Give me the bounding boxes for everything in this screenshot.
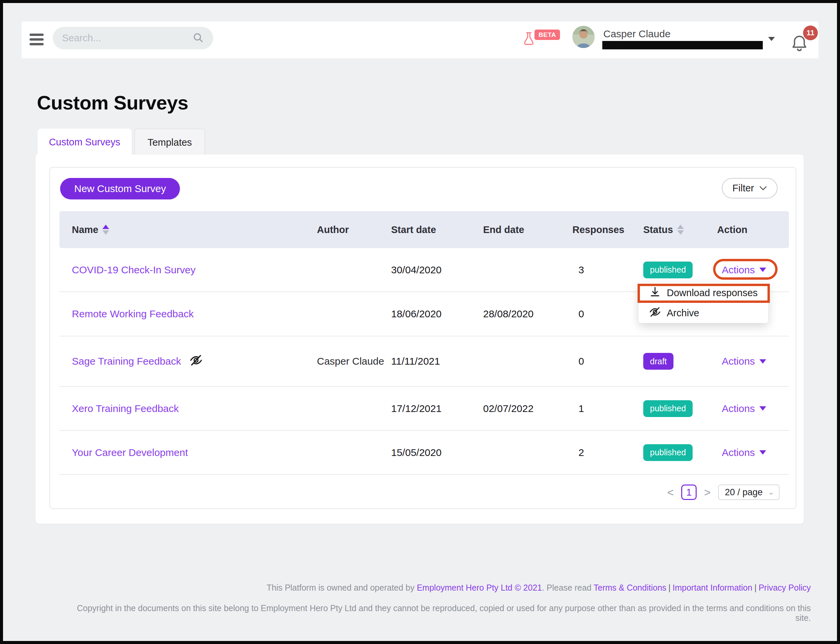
table-row: Xero Training Feedback 17/12/2021 02/07/… <box>59 386 789 430</box>
terms-and-conditions-link[interactable]: Terms & Conditions <box>594 583 666 592</box>
caret-down-icon <box>760 359 766 364</box>
table-row: Sage Training Feedback Casper Claude 11/… <box>59 336 789 386</box>
footer-line1: This Platform is owned and operated by E… <box>72 583 811 593</box>
column-header-author: Author <box>317 224 391 235</box>
table-row: Your Career Development 15/05/2020 2 pub… <box>59 430 789 474</box>
privacy-policy-link[interactable]: Privacy Policy <box>758 583 811 592</box>
search-input[interactable] <box>62 33 192 44</box>
responses-cell: 2 <box>573 447 643 458</box>
top-navigation-bar: BETA Casper Claude 11 <box>21 21 819 58</box>
tab-custom-surveys[interactable]: Custom Surveys <box>38 128 131 156</box>
sort-icons-status[interactable] <box>677 225 684 235</box>
column-header-responses: Responses <box>573 224 643 235</box>
end-date-cell: 02/07/2022 <box>483 403 573 414</box>
user-name[interactable]: Casper Claude <box>603 28 671 39</box>
start-date-cell: 17/12/2021 <box>391 403 483 414</box>
important-information-link[interactable]: Important Information <box>673 583 752 592</box>
status-badge: published <box>643 261 692 278</box>
start-date-cell: 18/06/2020 <box>391 308 483 320</box>
chevron-down-icon <box>760 186 767 191</box>
menu-item-download-responses[interactable]: Download responses <box>638 283 768 303</box>
responses-cell: 0 <box>573 308 643 320</box>
actions-dropdown-trigger[interactable]: Actions <box>717 356 789 367</box>
footer: This Platform is owned and operated by E… <box>72 583 811 623</box>
filter-button[interactable]: Filter <box>722 178 778 199</box>
filter-label: Filter <box>733 182 754 194</box>
screen: BETA Casper Claude 11 Custom Surveys Cus… <box>0 0 840 644</box>
separator: | <box>752 583 759 592</box>
surveys-panel: New Custom Survey Filter Name Author Sta… <box>36 154 804 524</box>
survey-link[interactable]: Xero Training Feedback <box>72 403 317 414</box>
column-header-name[interactable]: Name <box>72 224 317 235</box>
hamburger-menu-icon[interactable] <box>30 34 44 46</box>
column-header-start-date: Start date <box>391 224 483 235</box>
status-badge: published <box>643 444 692 461</box>
actions-dropdown-trigger[interactable]: Actions <box>717 403 789 414</box>
surveys-card: New Custom Survey Filter Name Author Sta… <box>49 167 796 509</box>
caret-down-icon <box>760 268 766 272</box>
chevron-down-icon: ⌄ <box>768 488 774 496</box>
eye-off-icon <box>189 353 203 370</box>
status-cell: published <box>643 400 717 417</box>
page-title: Custom Surveys <box>37 91 188 114</box>
responses-cell: 3 <box>573 264 643 276</box>
notification-count-badge: 11 <box>803 26 818 40</box>
status-cell: draft <box>643 353 717 370</box>
page-size-value: 20 / page <box>725 487 763 498</box>
menu-item-archive[interactable]: Archive <box>638 303 768 323</box>
next-page-button[interactable]: > <box>704 486 711 498</box>
avatar[interactable] <box>573 26 595 48</box>
new-custom-survey-button[interactable]: New Custom Survey <box>60 178 180 199</box>
tab-templates[interactable]: Templates <box>134 128 205 156</box>
start-date-cell: 15/05/2020 <box>391 447 483 458</box>
user-menu-caret-icon[interactable] <box>768 37 775 41</box>
column-header-action: Action <box>717 224 789 235</box>
survey-link[interactable]: Sage Training Feedback <box>72 353 317 370</box>
author-cell: Casper Claude <box>317 354 391 369</box>
actions-dropdown-menu: Download responses Archive <box>638 283 768 323</box>
status-badge: draft <box>643 353 673 370</box>
column-header-status[interactable]: Status <box>643 224 717 235</box>
separator: | <box>666 583 673 592</box>
table-header-row: Name Author Start date End date Response… <box>59 211 789 248</box>
survey-link[interactable]: COVID-19 Check-In Survey <box>72 264 317 276</box>
company-link[interactable]: Employment Hero Pty Ltd © 2021 <box>417 583 542 592</box>
actions-dropdown-trigger[interactable]: Actions <box>717 264 789 276</box>
footer-text: This Platform is owned and operated by <box>267 583 417 592</box>
end-date-cell: 28/08/2020 <box>483 308 573 320</box>
caret-down-icon <box>760 406 766 411</box>
search-bar[interactable] <box>53 27 213 49</box>
sort-icons-name[interactable] <box>102 225 109 235</box>
survey-link[interactable]: Your Career Development <box>72 447 317 458</box>
footer-copyright: Copyright in the documents on this site … <box>72 603 811 623</box>
status-badge: published <box>643 400 692 417</box>
download-icon <box>649 286 661 301</box>
notifications-button[interactable]: 11 <box>790 30 817 56</box>
pagination: < 1 > 20 / page ⌄ <box>59 474 789 510</box>
eye-off-icon <box>649 306 661 320</box>
actions-dropdown-trigger[interactable]: Actions <box>717 447 789 458</box>
beta-flask-icon <box>522 31 535 49</box>
status-cell: published <box>643 261 717 278</box>
start-date-cell: 30/04/2020 <box>391 264 483 276</box>
status-cell: published <box>643 444 717 461</box>
email-redaction <box>602 41 763 49</box>
search-icon <box>192 32 204 44</box>
current-page-button[interactable]: 1 <box>681 485 697 500</box>
page-size-select[interactable]: 20 / page ⌄ <box>718 485 779 500</box>
start-date-cell: 11/11/2021 <box>391 356 483 367</box>
caret-down-icon <box>760 450 766 455</box>
previous-page-button[interactable]: < <box>667 486 674 498</box>
responses-cell: 0 <box>573 356 643 367</box>
beta-badge: BETA <box>535 30 560 40</box>
survey-link[interactable]: Remote Working Feedback <box>72 308 317 320</box>
column-header-end-date: End date <box>483 224 573 235</box>
responses-cell: 1 <box>573 403 643 414</box>
footer-text: . Please read <box>542 583 594 592</box>
surveys-table: Name Author Start date End date Response… <box>59 211 789 510</box>
